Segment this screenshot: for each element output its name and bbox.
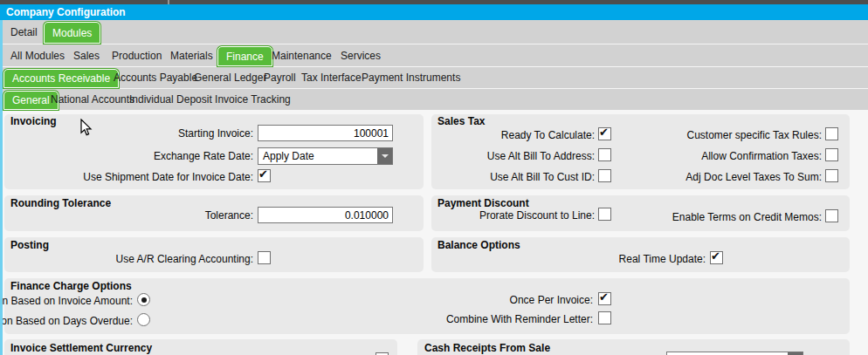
- tab-payroll[interactable]: Payroll: [262, 67, 298, 88]
- tab-individual-deposit-invoice-tracking[interactable]: Individual Deposit Invoice Tracking: [127, 89, 293, 110]
- starting-invoice-label: Starting Invoice:: [178, 127, 253, 140]
- section-title-posting: Posting: [10, 239, 49, 251]
- tabrow-accounts-receivable: General National Accounts Individual Dep…: [0, 89, 868, 110]
- calc-invoice-amount-radio[interactable]: [137, 293, 150, 306]
- calc-days-overdue-radio[interactable]: [137, 313, 150, 326]
- exchange-rate-date-value: Apply Date: [263, 149, 314, 164]
- use-alt-bill-to-cust-id-label: Use Alt Bill To Cust ID:: [490, 171, 595, 183]
- calc-days-overdue-label: Calculation Based on Days Overdue:: [0, 315, 133, 327]
- tab-finance[interactable]: Finance: [217, 46, 272, 66]
- chevron-down-icon[interactable]: [376, 148, 392, 164]
- enable-terms-on-credit-memos-label: Enable Terms on Credit Memos:: [672, 211, 822, 223]
- section-title-finance-charge-options: Finance Charge Options: [10, 280, 132, 292]
- combine-with-reminder-letter-label: Combine With Reminder Letter:: [446, 313, 593, 325]
- section-title-balance-options: Balance Options: [437, 239, 520, 251]
- tabrow-finance: Accounts Receivable Accounts Payable Gen…: [0, 67, 868, 88]
- calc-invoice-amount-label: Calculation Based on Invoice Amount:: [0, 295, 133, 307]
- use-alt-bill-to-cust-id-checkbox[interactable]: [598, 169, 611, 182]
- section-title-cash-receipts-from-sale: Cash Receipts From Sale: [424, 342, 550, 354]
- company-configuration-window: Company Configuration Detail Modules All…: [0, 0, 868, 355]
- real-time-update-checkbox[interactable]: [710, 251, 723, 264]
- once-per-invoice-label: Once Per Invoice:: [510, 294, 593, 306]
- section-title-sales-tax: Sales Tax: [437, 115, 485, 127]
- window-titlebar: Company Configuration: [0, 4, 868, 20]
- ready-to-calculate-label: Ready To Calculate:: [501, 129, 595, 141]
- section-title-invoicing: Invoicing: [10, 115, 57, 127]
- section-title-payment-discount: Payment Discount: [437, 197, 529, 209]
- adj-doc-level-taxes-checkbox[interactable]: [825, 169, 838, 182]
- exchange-rate-date-select[interactable]: Apply Date: [258, 147, 393, 165]
- customer-specific-tax-rules-label: Customer specific Tax Rules:: [687, 129, 823, 141]
- tab-services[interactable]: Services: [339, 44, 382, 66]
- exchange-rate-date-label: Exchange Rate Date:: [154, 150, 253, 162]
- tab-accounts-receivable[interactable]: Accounts Receivable: [3, 69, 119, 88]
- tab-all-modules[interactable]: All Modules: [9, 44, 66, 66]
- tab-sales[interactable]: Sales: [72, 44, 101, 66]
- tabrow-main: Detail Modules: [0, 20, 868, 44]
- tolerance-input[interactable]: [258, 207, 393, 223]
- tab-maintenance[interactable]: Maintenance: [270, 44, 334, 66]
- tabrow-modules: All Modules Sales Production Materials F…: [0, 44, 868, 66]
- tab-production[interactable]: Production: [110, 44, 163, 66]
- enable-terms-on-credit-memos-checkbox[interactable]: [825, 209, 838, 222]
- use-alt-bill-to-address-checkbox[interactable]: [598, 148, 611, 161]
- tab-detail[interactable]: Detail: [9, 20, 39, 44]
- allow-confirmation-taxes-label: Allow Confirmation Taxes:: [701, 150, 822, 162]
- prorate-discount-to-line-label: Prorate Discount to Line:: [479, 209, 595, 222]
- tolerance-label: Tolerance:: [205, 209, 253, 222]
- tab-tax-interface[interactable]: Tax Interface: [300, 67, 363, 88]
- tab-payment-instruments[interactable]: Payment Instruments: [360, 67, 462, 88]
- tab-modules[interactable]: Modules: [44, 22, 100, 44]
- tab-general-ledger[interactable]: General Ledger: [192, 67, 268, 88]
- customer-specific-tax-rules-checkbox[interactable]: [825, 127, 838, 140]
- use-ar-clearing-accounting-checkbox[interactable]: [258, 251, 271, 264]
- cash-receipts-partial-select[interactable]: [666, 352, 803, 355]
- section-title-rounding-tolerance: Rounding Tolerance: [10, 197, 111, 209]
- use-alt-bill-to-address-label: Use Alt Bill To Address:: [487, 150, 595, 162]
- tab-national-accounts[interactable]: National Accounts: [49, 89, 136, 110]
- section-title-invoice-settlement-currency: Invoice Settlement Currency: [10, 342, 152, 354]
- use-ar-clearing-accounting-label: Use A/R Clearing Accounting:: [116, 253, 253, 265]
- prorate-discount-to-line-checkbox[interactable]: [598, 208, 611, 221]
- use-shipment-date-label: Use Shipment Date for Invoice Date:: [83, 171, 253, 183]
- window-title: Company Configuration: [6, 6, 126, 18]
- combine-with-reminder-letter-checkbox[interactable]: [598, 311, 611, 324]
- mouse-cursor-icon: [80, 119, 93, 137]
- real-time-update-label: Real Time Update:: [619, 253, 706, 265]
- allow-confirmation-taxes-checkbox[interactable]: [825, 148, 838, 161]
- window-left-border: [0, 20, 3, 355]
- use-shipment-date-checkbox[interactable]: [258, 169, 271, 182]
- adj-doc-level-taxes-label: Adj Doc Level Taxes To Sum:: [685, 171, 822, 183]
- once-per-invoice-checkbox[interactable]: [598, 292, 611, 305]
- ready-to-calculate-checkbox[interactable]: [598, 127, 611, 140]
- starting-invoice-input[interactable]: [258, 125, 393, 141]
- tab-accounts-payable[interactable]: Accounts Payable: [112, 67, 199, 88]
- tab-materials[interactable]: Materials: [169, 44, 215, 66]
